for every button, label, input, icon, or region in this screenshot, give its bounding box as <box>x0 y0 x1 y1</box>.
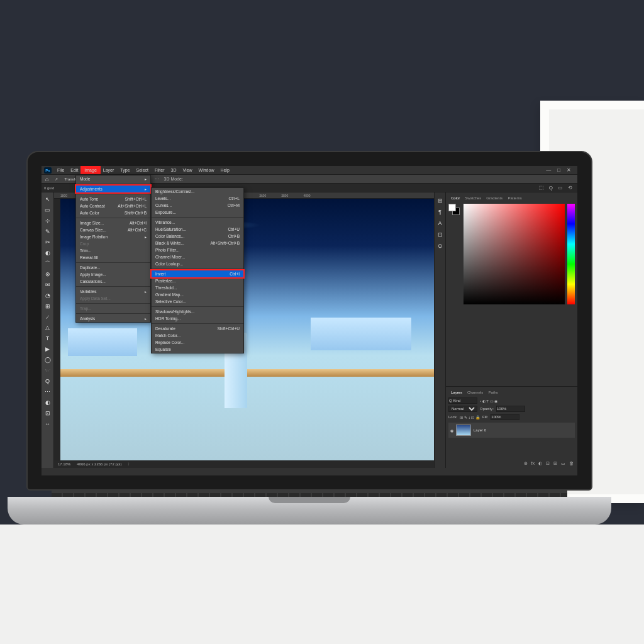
menu-item-brightness-contrast[interactable]: Brightness/Contrast... <box>152 188 243 195</box>
layer-action-icon[interactable]: ⊕ <box>524 461 528 466</box>
menu-item-replace-color[interactable]: Replace Color... <box>152 339 243 346</box>
panel-tab-paths[interactable]: Paths <box>488 391 497 394</box>
close-icon[interactable]: ✕ <box>567 167 571 173</box>
menu-type[interactable]: Type <box>117 167 133 174</box>
menu-item-shadows-highlights[interactable]: Shadows/Highlights... <box>152 308 243 315</box>
menu-item-duplicate[interactable]: Duplicate... <box>76 264 150 271</box>
menu-item-variables[interactable]: Variables <box>76 288 150 295</box>
menu-item-adjustments[interactable]: Adjustments <box>76 186 150 192</box>
menu-item-image-size[interactable]: Image Size...Alt+Ctrl+I <box>76 219 150 226</box>
panel-tab-layers[interactable]: Layers <box>451 391 462 394</box>
tool-icon[interactable]: △ <box>43 323 52 332</box>
lock-icons[interactable]: ⊞ ✎ ↕ ⊡ 🔒 <box>460 415 480 419</box>
option-icon[interactable]: 3D Mode: <box>164 177 183 182</box>
chevron-right-icon[interactable]: 〉 <box>128 462 131 467</box>
tool-icon[interactable]: ⋯ <box>43 387 52 396</box>
tool-icon[interactable]: Q <box>43 377 52 386</box>
menu-item-vibrance[interactable]: Vibrance... <box>152 219 243 226</box>
menu-item-threshold[interactable]: Threshold... <box>152 284 243 291</box>
layer-name[interactable]: Layer 0 <box>474 428 486 432</box>
layer-filter-search[interactable] <box>448 397 477 404</box>
menu-item-calculations[interactable]: Calculations... <box>76 278 150 285</box>
menu-item-desaturate[interactable]: DesaturateShift+Ctrl+U <box>152 325 243 332</box>
menu-item-auto-contrast[interactable]: Auto ContrastAlt+Shift+Ctrl+L <box>76 203 150 209</box>
zoom-level[interactable]: 17.18% <box>58 462 70 466</box>
toolbar-icon[interactable]: Q <box>549 185 553 191</box>
panel-tab-channels[interactable]: Channels <box>467 391 483 394</box>
menu-image[interactable]: Image <box>81 167 99 174</box>
menu-item-posterize[interactable]: Posterize... <box>152 277 243 284</box>
menu-3d[interactable]: 3D <box>168 167 180 174</box>
tool-icon[interactable]: ↔ <box>43 419 52 428</box>
tool-icon[interactable]: ✉ <box>43 280 52 289</box>
menu-item-invert[interactable]: InvertCtrl+I <box>152 270 243 277</box>
menu-item-curves[interactable]: Curves...Ctrl+M <box>152 202 243 209</box>
opacity-input[interactable] <box>496 406 525 412</box>
panel-tab-patterns[interactable]: Patterns <box>508 196 521 200</box>
maximize-icon[interactable]: □ <box>557 167 560 173</box>
hue-slider[interactable] <box>567 204 575 304</box>
tool-icon[interactable]: ⊗ <box>43 270 52 279</box>
option-icon[interactable]: ⋯ <box>155 177 159 182</box>
tool-icon[interactable]: ⟋ <box>43 313 52 321</box>
tool-icon[interactable]: ☞ <box>43 366 52 375</box>
layer-action-icon[interactable]: ◐ <box>538 461 542 466</box>
menu-item-apply-image[interactable]: Apply Image... <box>76 271 150 278</box>
fill-input[interactable] <box>491 414 519 420</box>
collapsed-panel-icon[interactable]: ⊡ <box>438 231 443 238</box>
tool-icon[interactable]: ✂ <box>43 238 52 247</box>
layer-action-icon[interactable]: 🗑 <box>569 461 574 466</box>
menu-item-photo-filter[interactable]: Photo Filter... <box>152 247 243 253</box>
layer-action-icon[interactable]: ▭ <box>561 461 565 466</box>
menu-item-gradient-map[interactable]: Gradient Map... <box>152 291 243 298</box>
tool-icon[interactable]: T <box>43 334 52 343</box>
tool-icon[interactable]: ◯ <box>43 355 52 364</box>
toolbar-icon[interactable]: ▭ <box>558 185 563 191</box>
tool-icon[interactable]: ↖ <box>43 195 52 204</box>
home-icon[interactable]: ⌂ <box>45 176 48 182</box>
menu-item-channel-mixer[interactable]: Channel Mixer... <box>152 253 243 260</box>
menu-item-mode[interactable]: Mode <box>76 175 150 182</box>
tool-icon[interactable]: ✎ <box>43 227 52 236</box>
menu-item-levels[interactable]: Levels...Ctrl+L <box>152 195 243 202</box>
menu-select[interactable]: Select <box>133 167 152 174</box>
fg-bg-swatches[interactable] <box>448 204 461 304</box>
tool-icon[interactable]: ⊡ <box>43 409 52 418</box>
blend-mode-select[interactable]: Normal <box>448 406 477 412</box>
menu-item-analysis[interactable]: Analysis <box>76 315 150 322</box>
menu-item-selective-color[interactable]: Selective Color... <box>152 298 243 305</box>
tool-icon[interactable]: ⊞ <box>43 302 52 311</box>
menu-item-hue-saturation[interactable]: Hue/Saturation...Ctrl+U <box>152 226 243 233</box>
menu-item-equalize[interactable]: Equalize <box>152 346 243 353</box>
collapsed-panel-icon[interactable]: ¶ <box>438 209 441 215</box>
collapsed-panel-icon[interactable]: ⊞ <box>438 197 443 204</box>
saturation-value-field[interactable] <box>464 204 565 304</box>
menu-item-color-lookup[interactable]: Color Lookup... <box>152 260 243 267</box>
menu-item-exposure[interactable]: Exposure... <box>152 209 243 216</box>
panel-tab-gradients[interactable]: Gradients <box>486 196 502 200</box>
document-tab[interactable]: 0 guid <box>44 186 54 190</box>
menu-item-match-color[interactable]: Match Color... <box>152 332 243 339</box>
menu-item-color-balance[interactable]: Color Balance...Ctrl+B <box>152 233 243 240</box>
layer-row[interactable]: ◉ Layer 0 <box>448 423 575 438</box>
layer-action-icon[interactable]: fx <box>531 461 535 466</box>
menu-item-hdr-toning[interactable]: HDR Toning... <box>152 315 243 322</box>
tool-icon[interactable]: ◐ <box>43 398 52 407</box>
menu-view[interactable]: View <box>180 167 196 174</box>
tool-icon[interactable]: ⌒ <box>43 259 52 268</box>
menu-item-reveal-all[interactable]: Reveal All <box>76 254 150 261</box>
tool-icon[interactable]: ◔ <box>43 291 52 300</box>
menu-item-black-white[interactable]: Black & White...Alt+Shift+Ctrl+B <box>152 240 243 247</box>
menu-window[interactable]: Window <box>196 167 218 174</box>
menu-item-auto-tone[interactable]: Auto ToneShift+Ctrl+L <box>76 196 150 203</box>
tool-icon[interactable]: ⊹ <box>43 216 52 225</box>
layer-action-icon[interactable]: ⊡ <box>546 461 550 466</box>
collapsed-panel-icon[interactable]: A <box>438 220 441 226</box>
menu-help[interactable]: Help <box>217 167 232 174</box>
toolbar-icon[interactable]: ⬚ <box>539 185 544 191</box>
menu-item-image-rotation[interactable]: Image Rotation <box>76 233 150 240</box>
menu-item-trim[interactable]: Trim... <box>76 247 150 254</box>
tool-icon[interactable]: ▭ <box>43 206 52 214</box>
collapsed-panel-icon[interactable]: ⊙ <box>438 243 443 249</box>
layer-action-icon[interactable]: ⊞ <box>553 461 557 466</box>
